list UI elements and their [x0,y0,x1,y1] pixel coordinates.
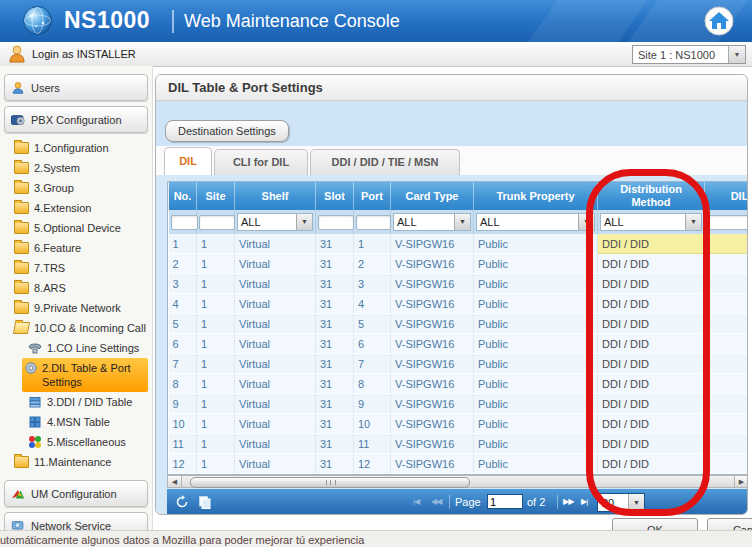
filter-card-type-select[interactable]: ALL ▼ [393,213,471,231]
table-row[interactable]: 71Virtual317V-SIPGW16PublicDDI / DID [169,354,749,374]
sidebar-item-miscellaneous[interactable]: 5.Miscellaneous [0,432,152,452]
table-cell[interactable]: Virtual [235,254,316,274]
table-cell[interactable] [705,334,749,354]
table-cell[interactable]: V-SIPGW16 [391,374,474,394]
table-cell[interactable]: 10 [169,414,197,434]
table-cell[interactable]: 1 [197,294,235,314]
page-size-select[interactable]: 20 ▼ [597,493,645,512]
column-header-distribution-method[interactable]: Distribution Method [598,182,705,210]
table-cell[interactable] [705,314,749,334]
sidebar-item-msn-table[interactable]: 4.MSN Table [0,412,152,432]
table-cell[interactable] [705,294,749,314]
table-cell[interactable]: Virtual [235,434,316,454]
next-page-icon[interactable]: ▶▶ [563,497,573,506]
table-cell[interactable]: V-SIPGW16 [391,414,474,434]
table-cell[interactable]: 5 [169,314,197,334]
table-cell[interactable]: 31 [316,314,354,334]
column-header-slot[interactable]: Slot [316,182,354,210]
filter-port-input[interactable] [356,215,391,230]
sidebar-item[interactable]: 5.Optional Device [0,218,152,238]
table-cell[interactable]: 31 [316,374,354,394]
table-row[interactable]: 31Virtual313V-SIPGW16PublicDDI / DID [169,274,749,294]
table-cell[interactable]: 1 [197,354,235,374]
table-cell[interactable]: DDI / DID [598,394,705,414]
table-cell[interactable]: 1 [197,394,235,414]
table-cell[interactable]: 5 [354,314,391,334]
table-row[interactable]: 61Virtual316V-SIPGW16PublicDDI / DID [169,334,749,354]
column-header-no[interactable]: No. [169,182,197,210]
tab-cli-for-dil[interactable]: CLI for DIL [214,149,308,175]
table-row[interactable]: 101Virtual3110V-SIPGW16PublicDDI / DID [169,414,749,434]
chevron-down-icon[interactable]: ▼ [578,214,594,230]
table-cell[interactable]: Virtual [235,394,316,414]
table-cell[interactable]: DDI / DID [598,314,705,334]
table-cell[interactable]: DDI / DID [598,354,705,374]
destination-settings-button[interactable]: Destination Settings [165,120,289,142]
table-cell[interactable]: 7 [354,354,391,374]
table-cell[interactable] [705,274,749,294]
table-cell[interactable]: Public [474,254,598,274]
chevron-down-icon[interactable]: ▼ [296,214,312,230]
table-cell[interactable]: Virtual [235,294,316,314]
table-cell[interactable]: 1 [197,254,235,274]
table-row[interactable]: 81Virtual318V-SIPGW16PublicDDI / DID [169,374,749,394]
sidebar-item-co-line-settings[interactable]: 1.CO Line Settings [0,338,152,358]
table-row[interactable]: 11Virtual311V-SIPGW16PublicDDI / DID [169,234,749,254]
table-cell[interactable]: 4 [169,294,197,314]
chevron-down-icon[interactable]: ▼ [628,494,644,511]
first-page-icon[interactable]: |◀ [413,497,419,506]
table-cell[interactable]: 4 [354,294,391,314]
table-cell[interactable]: 10 [354,414,391,434]
table-cell[interactable]: 7 [169,354,197,374]
sidebar-item[interactable]: 9.Private Network [0,298,152,318]
scrollbar-thumb[interactable] [190,477,470,488]
table-cell[interactable]: 1 [197,234,235,254]
table-cell[interactable]: 2 [169,254,197,274]
sidebar-item[interactable]: 10.CO & Incoming Call [0,318,152,338]
sidebar-item[interactable]: 6.Feature [0,238,152,258]
table-cell[interactable]: V-SIPGW16 [391,254,474,274]
table-row[interactable]: 111Virtual3111V-SIPGW16PublicDDI / DID [169,434,749,454]
table-cell[interactable]: 9 [354,394,391,414]
table-cell[interactable]: DDI / DID [598,434,705,454]
home-icon[interactable] [704,6,734,36]
table-cell[interactable]: V-SIPGW16 [391,314,474,334]
column-header-port[interactable]: Port [354,182,391,210]
table-cell[interactable]: 1 [197,334,235,354]
table-cell[interactable]: 12 [354,454,391,474]
table-cell[interactable]: DDI / DID [598,414,705,434]
sidebar-item[interactable]: 2.System [0,158,152,178]
filter-trunk-property-select[interactable]: ALL ▼ [476,213,595,231]
table-cell[interactable]: DDI / DID [598,334,705,354]
last-page-icon[interactable]: ▶| [581,497,587,506]
table-cell[interactable]: V-SIPGW16 [391,234,474,254]
column-header-trunk-property[interactable]: Trunk Property [474,182,598,210]
table-cell[interactable]: V-SIPGW16 [391,454,474,474]
table-cell[interactable]: Public [474,394,598,414]
table-cell[interactable] [705,434,749,454]
table-row[interactable]: 41Virtual314V-SIPGW16PublicDDI / DID [169,294,749,314]
scroll-right-arrow-icon[interactable]: ▶ [734,476,748,487]
site-selector[interactable]: Site 1 : NS1000 ▼ [632,45,746,64]
table-cell[interactable]: 9 [169,394,197,414]
table-cell[interactable]: 1 [197,414,235,434]
table-cell[interactable]: Virtual [235,414,316,434]
table-cell[interactable]: 31 [316,294,354,314]
sidebar-item[interactable]: 1.Configuration [0,138,152,158]
previous-page-icon[interactable]: ◀◀ [431,497,441,506]
table-cell[interactable]: Public [474,314,598,334]
table-cell[interactable]: DDI / DID [598,234,705,254]
table-cell[interactable]: V-SIPGW16 [391,294,474,314]
table-cell[interactable]: 1 [169,234,197,254]
table-cell[interactable] [705,414,749,434]
page-number-input[interactable] [487,494,523,509]
table-cell[interactable]: 31 [316,454,354,474]
tab-dil[interactable]: DIL [164,147,212,175]
filter-no-input[interactable] [171,215,198,230]
table-cell[interactable]: 1 [197,434,235,454]
table-cell[interactable]: 3 [354,274,391,294]
table-cell[interactable] [705,374,749,394]
table-row[interactable]: 21Virtual312V-SIPGW16PublicDDI / DID [169,254,749,274]
horizontal-scrollbar[interactable]: ◀ ▶ [167,475,748,488]
table-cell[interactable]: 6 [169,334,197,354]
